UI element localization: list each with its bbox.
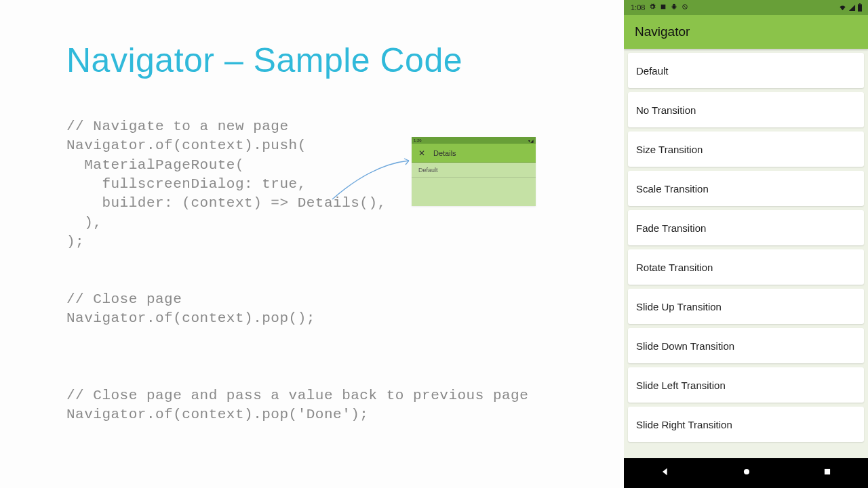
list-item-label: Scale Transition [636, 183, 709, 195]
slide-title: Navigator – Sample Code [66, 41, 624, 80]
android-nav-bar [624, 458, 868, 488]
list-item[interactable]: Slide Up Transition [628, 289, 864, 324]
svg-rect-3 [858, 4, 862, 12]
svg-rect-6 [825, 469, 830, 474]
list-item-label: Slide Up Transition [636, 301, 722, 312]
nav-recent-icon[interactable] [823, 467, 832, 479]
inset-status-icons: ▾◢ [528, 138, 534, 143]
inset-phone-preview: 1:26 ▾◢ ✕ Details Default [412, 137, 536, 206]
list-item[interactable]: Rotate Transition [628, 249, 864, 285]
list-item[interactable]: No Transition [628, 92, 864, 127]
list-item[interactable]: Slide Left Transition [628, 367, 864, 403]
list-item-label: Slide Right Transition [636, 419, 732, 430]
square-icon [660, 3, 667, 12]
list-item[interactable]: Fade Transition [628, 210, 864, 245]
svg-rect-0 [661, 5, 666, 9]
app-bar-title: Navigator [635, 24, 690, 39]
android-icon [671, 3, 677, 12]
inset-status-time: 1:26 [414, 138, 422, 142]
list-item[interactable]: Slide Down Transition [628, 328, 864, 363]
nav-back-icon[interactable] [660, 466, 671, 480]
list-item[interactable]: Default [628, 53, 864, 88]
inset-row-label: Default [418, 167, 438, 174]
transition-list: Default No Transition Size Transition Sc… [624, 49, 868, 458]
no-sign-icon [682, 3, 688, 12]
list-item-label: Rotate Transition [636, 262, 713, 273]
inset-appbar-title: Details [433, 149, 456, 157]
inset-list-row: Default [412, 163, 536, 178]
status-time: 1:08 [631, 3, 645, 12]
signal-icon [848, 4, 856, 12]
gear-icon [649, 3, 656, 12]
svg-line-2 [684, 5, 687, 9]
nav-home-icon[interactable] [742, 467, 751, 479]
svg-point-5 [744, 469, 749, 474]
battery-icon [857, 3, 863, 12]
list-item-label: Size Transition [636, 144, 703, 155]
list-item-label: Fade Transition [636, 222, 706, 234]
app-bar: Navigator [624, 15, 868, 49]
list-item-label: Slide Left Transition [636, 380, 726, 391]
status-right [838, 3, 863, 12]
list-item-label: No Transition [636, 104, 696, 116]
code-block: // Navigate to a new page Navigator.of(c… [66, 117, 624, 425]
inset-app-bar: ✕ Details [412, 144, 536, 163]
svg-rect-4 [859, 3, 861, 4]
list-item-label: Slide Down Transition [636, 340, 734, 352]
slide-area: Navigator – Sample Code // Navigate to a… [0, 0, 624, 488]
list-item-label: Default [636, 65, 669, 77]
list-item[interactable]: Size Transition [628, 131, 864, 167]
wifi-icon [838, 4, 847, 12]
list-item[interactable]: Slide Right Transition [628, 407, 864, 442]
phone-frame: 1:08 Navigato [624, 0, 868, 488]
status-left: 1:08 [631, 3, 688, 12]
close-icon[interactable]: ✕ [418, 149, 425, 157]
status-bar: 1:08 [624, 0, 868, 15]
list-item[interactable]: Scale Transition [628, 171, 864, 206]
inset-status-bar: 1:26 ▾◢ [412, 137, 536, 144]
